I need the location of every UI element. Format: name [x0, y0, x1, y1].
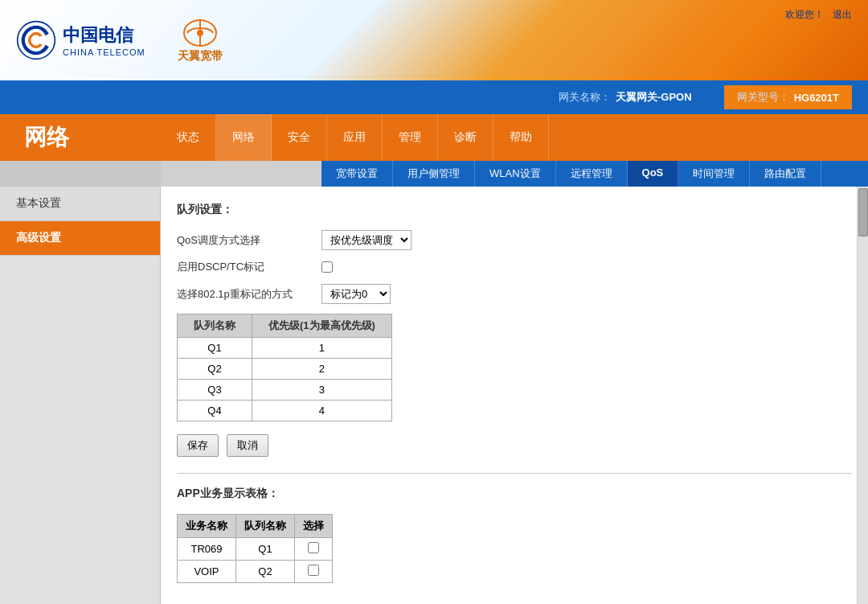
queue-buttons: 保存 取消 — [177, 434, 852, 457]
ct-english: CHINA TELECOM — [63, 47, 145, 57]
gateway-type-info: 网关型号： HG6201T — [724, 85, 852, 109]
app-row-name: VOIP — [178, 561, 236, 583]
app-row-check[interactable] — [295, 538, 333, 561]
queue-row-priority: 1 — [252, 338, 392, 359]
app-row-check[interactable] — [295, 561, 333, 583]
tianyi-brand-text: 天翼宽带 — [178, 49, 223, 64]
sub-nav: 宽带设置 用户侧管理 WLAN设置 远程管理 QoS 时间管理 路由配置 — [321, 161, 868, 187]
qos-mode-select[interactable]: 按优先级调度按带宽调度混合调度 — [321, 230, 411, 250]
subnav-broadband[interactable]: 宽带设置 — [321, 161, 393, 187]
queue-col-name: 队列名称 — [178, 314, 252, 338]
logout-link[interactable]: 退出 — [833, 9, 852, 20]
list-item: TR069Q1 — [178, 538, 333, 561]
dscp-row: 启用DSCP/TC标记 — [177, 260, 852, 274]
vertical-scrollbar[interactable] — [857, 187, 868, 604]
subnav-remote[interactable]: 远程管理 — [556, 161, 628, 187]
ct-text: 中国电信 CHINA TELECOM — [63, 23, 145, 57]
mark-select[interactable]: 标记为0标记为1标记为2不重标记 — [321, 284, 391, 304]
sidebar-item-basic[interactable]: 基本设置 — [0, 187, 160, 221]
tab-status[interactable]: 状态 — [161, 114, 216, 161]
queue-row-name: Q3 — [178, 380, 252, 401]
table-row: Q22 — [178, 359, 392, 380]
queue-row-priority: 3 — [252, 380, 392, 401]
subnav-user-mgmt[interactable]: 用户侧管理 — [393, 161, 475, 187]
queue-row-name: Q4 — [178, 401, 252, 421]
qos-mode-label: QoS调度方式选择 — [177, 233, 321, 248]
tab-manage[interactable]: 管理 — [383, 114, 438, 161]
ct-logo-icon — [16, 20, 56, 60]
app-checkbox[interactable] — [308, 542, 319, 553]
nav-tabs: 状态 网络 安全 应用 管理 诊断 帮助 — [161, 114, 868, 161]
sub-nav-spacer — [0, 161, 161, 187]
content-area: 队列设置： QoS调度方式选择 按优先级调度按带宽调度混合调度 启用DSCP/T… — [161, 187, 868, 604]
tab-security[interactable]: 安全 — [272, 114, 327, 161]
gateway-name-label: 网关名称： — [559, 90, 611, 105]
app-col-select: 选择 — [295, 515, 333, 538]
china-telecom-logo: 中国电信 CHINA TELECOM — [16, 20, 145, 60]
gateway-name-value: 天翼网关-GPON — [616, 90, 692, 105]
cancel-button[interactable]: 取消 — [227, 434, 268, 457]
gateway-bar: 网关名称： 天翼网关-GPON 网关型号： HG6201T — [0, 80, 868, 114]
tab-apps[interactable]: 应用 — [327, 114, 383, 161]
sub-nav-wrapper: 宽带设置 用户侧管理 WLAN设置 远程管理 QoS 时间管理 路由配置 — [0, 161, 868, 187]
subnav-qos[interactable]: QoS — [628, 161, 679, 187]
logo-area: 中国电信 CHINA TELECOM 天翼宽带 — [16, 17, 223, 64]
gateway-name-info: 网关名称： 天翼网关-GPON — [559, 90, 692, 105]
queue-row-name: Q1 — [178, 338, 252, 359]
queue-table: 队列名称 优先级(1为最高优先级) Q11Q22Q33Q44 — [177, 314, 392, 421]
welcome-text: 欢迎您！ — [785, 9, 824, 20]
queue-row-name: Q2 — [178, 359, 252, 380]
header: 中国电信 CHINA TELECOM 天翼宽带 欢迎您！ 退出 — [0, 0, 868, 80]
queue-table-header: 队列名称 优先级(1为最高优先级) — [178, 314, 392, 338]
subnav-wlan[interactable]: WLAN设置 — [475, 161, 556, 187]
app-checkbox[interactable] — [308, 565, 319, 576]
app-section-title: APP业务显示表格： — [177, 487, 852, 501]
tianyi-logo: 天翼宽带 — [178, 17, 223, 64]
qos-mode-row: QoS调度方式选择 按优先级调度按带宽调度混合调度 — [177, 230, 852, 250]
table-row: Q11 — [178, 338, 392, 359]
tab-network[interactable]: 网络 — [216, 114, 272, 161]
qos-mode-control: 按优先级调度按带宽调度混合调度 — [321, 230, 411, 250]
tab-help[interactable]: 帮助 — [493, 114, 549, 161]
gateway-type-value: HG6201T — [794, 92, 839, 104]
dscp-label: 启用DSCP/TC标记 — [177, 260, 321, 274]
save-button[interactable]: 保存 — [177, 434, 219, 457]
nav-section-title: 网络 — [0, 114, 161, 161]
queue-row-priority: 4 — [252, 401, 392, 421]
gateway-type-label: 网关型号： — [737, 90, 789, 105]
list-item: VOIPQ2 — [178, 561, 333, 583]
app-col-queue: 队列名称 — [236, 515, 295, 538]
mark-control: 标记为0标记为1标记为2不重标记 — [321, 284, 391, 304]
main-nav: 网络 状态 网络 安全 应用 管理 诊断 帮助 — [0, 114, 868, 161]
app-table-header: 业务名称 队列名称 选择 — [178, 515, 333, 538]
subnav-time[interactable]: 时间管理 — [678, 161, 750, 187]
table-row: Q33 — [178, 380, 392, 401]
queue-row-priority: 2 — [252, 359, 392, 380]
tianyi-icon — [180, 17, 220, 49]
svg-point-2 — [197, 30, 203, 36]
dscp-control — [321, 261, 333, 273]
mark-row: 选择802.1p重标记的方式 标记为0标记为1标记为2不重标记 — [177, 284, 852, 304]
subnav-route[interactable]: 路由配置 — [750, 161, 821, 187]
queue-col-priority: 优先级(1为最高优先级) — [252, 314, 392, 338]
app-table: 业务名称 队列名称 选择 TR069Q1VOIPQ2 — [177, 514, 333, 583]
app-col-name: 业务名称 — [178, 515, 236, 538]
sidebar-item-advanced[interactable]: 高级设置 — [0, 221, 160, 256]
app-row-queue: Q2 — [236, 561, 295, 583]
section-title: 队列设置： — [177, 203, 852, 217]
ct-chinese: 中国电信 — [63, 23, 145, 47]
divider — [177, 473, 852, 474]
sidebar: 基本设置 高级设置 — [0, 187, 161, 604]
app-row-name: TR069 — [178, 538, 236, 561]
scroll-thumb[interactable] — [858, 188, 868, 236]
header-right: 欢迎您！ 退出 — [785, 8, 852, 22]
table-row: Q44 — [178, 401, 392, 421]
tab-diagnose[interactable]: 诊断 — [438, 114, 493, 161]
mark-label: 选择802.1p重标记的方式 — [177, 287, 321, 302]
dscp-checkbox[interactable] — [321, 261, 333, 273]
app-row-queue: Q1 — [236, 538, 295, 561]
main-wrapper: 基本设置 高级设置 队列设置： QoS调度方式选择 按优先级调度按带宽调度混合调… — [0, 187, 868, 604]
